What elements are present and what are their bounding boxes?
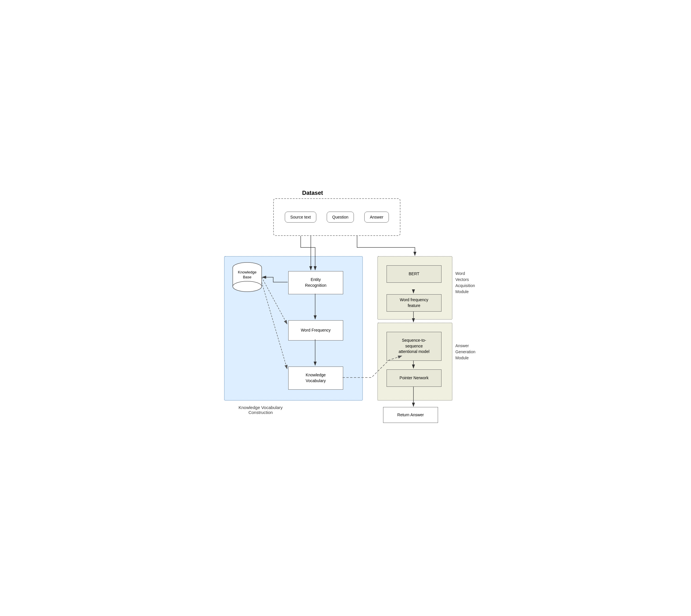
knowledge-vocabulary-box: Knowledge Vocabulary (288, 367, 343, 390)
dataset-box: Source text Question Answer (273, 198, 401, 236)
word-frequency-box: Word Frequency (288, 320, 343, 340)
question-item: Question (327, 212, 354, 223)
diagram: Dataset Source text Question Answer Enti… (215, 190, 476, 427)
pointer-network-box: Pointer Nerwork (387, 369, 441, 387)
word-freq-feature-box: Word frequency feature (387, 294, 441, 312)
source-text-item: Source text (285, 212, 316, 223)
word-vectors-label: Word Vectors Acquisition Module (455, 270, 476, 295)
entity-recognition-box: Entity Recognition (288, 271, 343, 294)
left-module-label: Knowledge Vocabulary Construction (239, 405, 283, 415)
seq2seq-box: Sequence-to- sequence attentional model (387, 332, 441, 361)
word-vectors-module: BERT Word frequency feature (377, 256, 452, 320)
answer-item: Answer (364, 212, 389, 223)
knowledge-base-label: Knowledge Base (231, 262, 263, 288)
return-answer-box: Return Answer (383, 407, 438, 423)
dataset-title: Dataset (302, 190, 323, 196)
answer-generation-module: Sequence-to- sequence attentional model … (377, 323, 452, 401)
answer-generation-label: Answer Generation Module (455, 343, 475, 361)
bert-box: BERT (387, 265, 441, 283)
